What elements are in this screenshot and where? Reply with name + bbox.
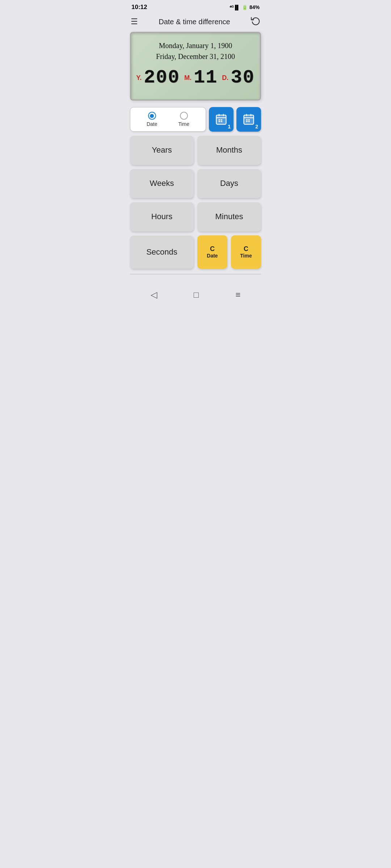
date-radio-circle[interactable] xyxy=(148,112,156,120)
svg-rect-5 xyxy=(219,119,220,120)
day-value: 30 xyxy=(231,68,255,87)
battery-percent: 84% xyxy=(249,4,260,10)
clear-time-button[interactable]: C Time xyxy=(231,235,261,269)
svg-rect-14 xyxy=(246,119,248,120)
menu-nav-icon[interactable]: ≡ xyxy=(235,290,240,300)
svg-rect-17 xyxy=(248,121,250,122)
time-radio-circle[interactable] xyxy=(180,112,188,120)
mode-selector: Date Time xyxy=(130,107,206,132)
weeks-button[interactable]: Weeks xyxy=(130,169,194,198)
back-nav-icon[interactable]: ◁ xyxy=(151,290,157,300)
app-title: Date & time difference xyxy=(159,18,230,26)
c-time-main: C xyxy=(235,245,257,253)
status-time: 10:12 xyxy=(131,4,147,11)
status-right: ⁴ᴳ▐▌ 🔋 84% xyxy=(230,4,260,10)
time-radio-label: Time xyxy=(178,121,189,127)
date-mode-option[interactable]: Date xyxy=(147,112,157,127)
date-radio-label: Date xyxy=(147,121,157,127)
hours-button[interactable]: Hours xyxy=(130,202,194,231)
year-value: 200 xyxy=(144,68,180,87)
date-display: Monday, January 1, 1900 Friday, December… xyxy=(137,40,254,62)
controls-row: Date Time 1 xyxy=(130,107,261,132)
svg-rect-7 xyxy=(219,121,220,122)
calendar-1-button[interactable]: 1 xyxy=(209,107,234,132)
cal1-number: 1 xyxy=(228,124,231,129)
years-button[interactable]: Years xyxy=(130,135,194,165)
clear-date-button[interactable]: C Date xyxy=(197,235,227,269)
year-label: Y. xyxy=(136,74,142,82)
signal-icon: ⁴ᴳ▐▌ xyxy=(230,5,240,10)
month-value: 11 xyxy=(194,68,218,87)
lcd-row: Y. 200 M. 11 D. 30 xyxy=(137,68,254,87)
svg-rect-15 xyxy=(248,119,250,120)
c-date-sub: Date xyxy=(201,253,224,259)
display-panel: Monday, January 1, 1900 Friday, December… xyxy=(130,32,261,101)
months-button[interactable]: Months xyxy=(197,135,261,165)
calendar-2-button[interactable]: 2 xyxy=(236,107,261,132)
svg-rect-16 xyxy=(246,121,248,122)
svg-rect-6 xyxy=(221,119,223,120)
clear-buttons-container: C Date C Time xyxy=(197,235,261,269)
menu-icon[interactable]: ☰ xyxy=(131,18,138,26)
day-label: D. xyxy=(222,74,228,82)
c-time-sub: Time xyxy=(235,253,257,259)
start-date: Monday, January 1, 1900 xyxy=(137,40,254,51)
month-label: M. xyxy=(184,74,192,82)
c-date-main: C xyxy=(201,245,224,253)
status-bar: 10:12 ⁴ᴳ▐▌ 🔋 84% xyxy=(125,0,266,13)
home-nav-icon[interactable]: □ xyxy=(194,290,199,300)
seconds-button[interactable]: Seconds xyxy=(130,235,194,269)
button-grid: Years Months Weeks Days Hours Minutes Se… xyxy=(130,135,261,269)
top-bar: ☰ Date & time difference xyxy=(125,13,266,32)
cal2-number: 2 xyxy=(255,124,258,129)
bottom-nav: ◁ □ ≡ xyxy=(125,283,266,305)
svg-rect-8 xyxy=(221,121,223,122)
history-icon[interactable] xyxy=(251,16,260,27)
minutes-button[interactable]: Minutes xyxy=(197,202,261,231)
time-mode-option[interactable]: Time xyxy=(178,112,189,127)
divider xyxy=(130,274,261,275)
end-date: Friday, December 31, 2100 xyxy=(137,51,254,62)
days-button[interactable]: Days xyxy=(197,169,261,198)
battery-icon: 🔋 xyxy=(242,5,248,10)
